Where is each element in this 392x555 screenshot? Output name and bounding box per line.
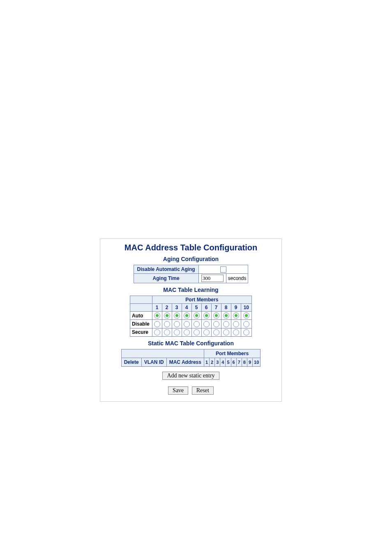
learning-radio[interactable]	[194, 321, 200, 327]
static-port-number-header: 6	[231, 358, 236, 366]
learning-radio[interactable]	[184, 321, 190, 327]
learning-radio-cell	[221, 328, 231, 336]
learning-radio-cell	[241, 320, 251, 328]
learning-corner-cell-2	[130, 304, 152, 312]
aging-time-unit: seconds	[226, 274, 248, 283]
learning-radio[interactable]	[233, 321, 239, 327]
learning-radio-cell	[162, 312, 172, 320]
static-port-number-header: 9	[247, 358, 252, 366]
learning-table: Port Members 12345678910 AutoDisableSecu…	[130, 296, 252, 337]
learning-radio-cell	[172, 328, 182, 336]
learning-radio-cell	[201, 328, 211, 336]
port-number-header: 5	[191, 304, 201, 312]
learning-radio[interactable]	[233, 329, 239, 335]
learning-radio[interactable]	[203, 329, 210, 335]
static-port-number-header: 2	[210, 358, 215, 366]
learning-row-label: Secure	[130, 328, 152, 336]
learning-radio[interactable]	[223, 312, 229, 319]
learning-radio[interactable]	[194, 312, 200, 319]
learning-radio[interactable]	[194, 329, 200, 335]
learning-radio[interactable]	[174, 321, 180, 327]
learning-radio-cell	[221, 312, 231, 320]
port-number-header: 8	[221, 304, 231, 312]
learning-radio-cell	[162, 328, 172, 336]
learning-radio[interactable]	[203, 312, 210, 319]
learning-row-label: Auto	[130, 312, 152, 320]
learning-radio-cell	[211, 328, 221, 336]
port-members-header: Port Members	[152, 296, 251, 304]
learning-radio-cell	[182, 328, 191, 336]
learning-radio-cell	[152, 320, 162, 328]
port-number-header: 10	[241, 304, 251, 312]
learning-radio[interactable]	[233, 312, 239, 319]
port-number-header: 2	[162, 304, 172, 312]
learning-radio[interactable]	[184, 329, 190, 335]
aging-time-label: Aging Time	[134, 274, 198, 283]
learning-radio-cell	[201, 320, 211, 328]
learning-radio-cell	[211, 312, 221, 320]
learning-radio-cell	[221, 320, 231, 328]
static-port-number-header: 8	[242, 358, 247, 366]
learning-section-title: MAC Table Learning	[100, 287, 281, 293]
learning-radio[interactable]	[213, 321, 219, 327]
learning-radio-cell	[172, 320, 182, 328]
learning-radio-cell	[172, 312, 182, 320]
add-static-entry-button[interactable]: Add new static entry	[162, 372, 219, 380]
learning-radio[interactable]	[223, 321, 229, 327]
port-number-header: 1	[152, 304, 162, 312]
learning-radio[interactable]	[154, 329, 160, 335]
learning-radio-cell	[182, 312, 191, 320]
static-port-number-header: 7	[236, 358, 242, 366]
learning-radio-cell	[191, 328, 201, 336]
learning-radio[interactable]	[164, 321, 170, 327]
reset-button[interactable]: Reset	[192, 386, 214, 395]
aging-time-input[interactable]	[201, 275, 224, 282]
aging-table: Disable Automatic Aging Aging Time secon…	[134, 265, 249, 283]
learning-radio[interactable]	[243, 329, 249, 335]
page-title: MAC Address Table Configuration	[100, 243, 281, 252]
learning-radio[interactable]	[184, 312, 190, 319]
static-port-number-header: 10	[253, 358, 261, 366]
learning-radio-cell	[191, 312, 201, 320]
static-table: Port Members Delete VLAN ID MAC Address …	[121, 349, 261, 367]
disable-aging-label: Disable Automatic Aging	[134, 265, 198, 274]
learning-radio-cell	[231, 312, 241, 320]
learning-radio[interactable]	[243, 312, 249, 319]
learning-radio[interactable]	[243, 321, 249, 327]
learning-radio-cell	[152, 328, 162, 336]
aging-section-title: Aging Configuration	[100, 256, 281, 262]
learning-radio-cell	[231, 320, 241, 328]
learning-radio-cell	[231, 328, 241, 336]
learning-radio-cell	[182, 320, 191, 328]
learning-radio[interactable]	[164, 329, 170, 335]
static-port-members-header: Port Members	[204, 349, 260, 358]
static-section-title: Static MAC Table Configuration	[100, 340, 281, 347]
learning-radio[interactable]	[213, 312, 219, 319]
learning-radio[interactable]	[223, 329, 229, 335]
port-number-header: 3	[172, 304, 182, 312]
save-button[interactable]: Save	[168, 386, 188, 395]
learning-radio-cell	[162, 320, 172, 328]
learning-radio-cell	[152, 312, 162, 320]
learning-radio[interactable]	[164, 312, 170, 319]
learning-radio-cell	[241, 312, 251, 320]
learning-radio[interactable]	[213, 329, 219, 335]
learning-radio-cell	[191, 320, 201, 328]
static-port-number-header: 4	[220, 358, 226, 366]
port-number-header: 6	[201, 304, 211, 312]
port-number-header: 7	[211, 304, 221, 312]
port-number-header: 9	[231, 304, 241, 312]
learning-radio[interactable]	[174, 312, 180, 319]
static-port-number-header: 3	[215, 358, 220, 366]
static-port-number-header: 1	[204, 358, 209, 366]
learning-radio[interactable]	[174, 329, 180, 335]
learning-radio[interactable]	[203, 321, 210, 327]
learning-radio[interactable]	[154, 321, 160, 327]
learning-radio[interactable]	[154, 312, 160, 319]
learning-corner-cell	[130, 296, 152, 304]
static-blank-header	[121, 349, 204, 358]
static-mac-header: MAC Address	[166, 358, 204, 366]
disable-aging-checkbox[interactable]	[220, 266, 226, 273]
learning-row-label: Disable	[130, 320, 152, 328]
static-port-number-header: 5	[226, 358, 231, 366]
